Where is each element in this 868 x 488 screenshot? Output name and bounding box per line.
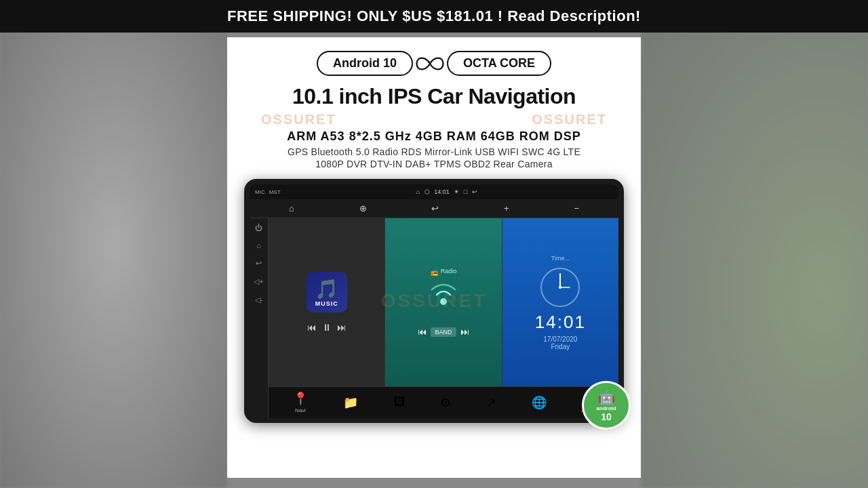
watermark-right: OSSURET [532,112,607,128]
nav-vol-up[interactable]: + [504,203,509,214]
main-card: Android 10 OCTA CORE 10.1 inch IPS Car N… [227,37,641,478]
sidebar-vol-down2[interactable]: ◁- [255,296,263,304]
badge-connector [413,54,447,73]
nav-vol-down[interactable]: − [574,203,579,214]
nav-bt[interactable]: ⊕ [359,203,367,214]
background-left [0,0,227,488]
sidebar-back2[interactable]: ↩ [256,259,262,268]
navi-icon: 📍 [293,391,308,406]
mic-label: MIC [255,189,265,195]
status-left: MIC MST [255,189,281,195]
radio-next[interactable]: ⏭ [460,327,469,337]
features-row-1: GPS Bluetooth 5.0 Radio RDS Mirror-Link … [288,146,580,157]
music-icon-box: 🎵 MUSIC [307,272,347,312]
nav-back[interactable]: ↩ [431,203,439,214]
clock-header: Time... [551,255,570,262]
nav-bar: ⌂ ⊕ ↩ + − [250,199,618,218]
music-emoji: 🎵 [315,278,338,300]
taskbar-link[interactable]: ↗ [486,395,496,410]
svg-point-0 [440,298,447,305]
taskbar-gallery[interactable]: 🖼 [393,395,406,409]
android-text: android [596,405,616,411]
sidebar-vol-up2[interactable]: ◁+ [254,277,263,286]
radio-dot: 📻 [431,269,438,276]
radio-label: Radio [441,268,457,274]
radio-signal-icon [427,281,460,321]
top-banner: FREE SHIPPING! ONLY $US $181.01 ! Read D… [0,0,868,33]
clock-tile: Time... 14:01 17/07/2020 Friday [502,218,618,386]
music-label: MUSIC [315,300,338,307]
brightness-icon: ☀ [454,188,459,195]
nav-home-icon: ⌂ [416,188,420,195]
screen-icon: □ [464,188,467,195]
features-row-2: 1080P DVR DTV-IN DAB+ TPMS OBD2 Rear Cam… [315,159,553,169]
taskbar-files[interactable]: 📁 [343,395,358,410]
music-controls: ⏮ ⏸ ⏭ [307,322,347,333]
clock-day: Friday [551,343,570,350]
app-grid: 🎵 MUSIC ⏮ ⏸ ⏭ 📻 [269,218,618,386]
radio-band[interactable]: BAND [431,327,456,337]
device-screen: MIC MST ⌂ ⬡ 14:01 ☀ □ ↩ ⌂ ⊕ ↩ + [250,184,618,418]
specs-row: ARM A53 8*2.5 GHz 4GB RAM 64GB ROM DSP [287,129,580,144]
files-icon: 📁 [343,395,358,410]
nav-bt-icon: ⬡ [425,188,430,195]
taskbar-browser[interactable]: 🌐 [532,395,547,410]
svg-point-4 [559,286,561,289]
sidebar-home2[interactable]: ⌂ [256,241,261,249]
clock-date: 17/07/2020 [543,336,577,343]
radio-prev[interactable]: ⏮ [418,327,427,337]
background-right [641,0,868,488]
content-area: ⏻ ⌂ ↩ ◁+ ◁- 🎵 MUSIC [250,218,618,418]
taskbar-settings[interactable]: ⚙ [440,395,451,410]
banner-text: FREE SHIPPING! ONLY $US $181.01 ! Read D… [227,7,641,25]
taskbar: 📍 Navi 📁 🖼 ⚙ ↗ [269,386,618,418]
android-badge-pill: Android 10 [317,51,413,76]
radio-tile[interactable]: 📻 Radio [385,218,502,386]
link-icon: ↗ [486,395,496,410]
clock-time: 14:01 [535,312,586,333]
nav-home[interactable]: ⌂ [289,203,294,214]
screen-content: 🎵 MUSIC ⏮ ⏸ ⏭ 📻 [269,218,618,418]
music-pause[interactable]: ⏸ [322,322,332,333]
radio-controls: ⏮ BAND ⏭ [418,327,469,337]
radio-header: 📻 Radio [431,268,457,277]
music-prev[interactable]: ⏮ [307,322,317,333]
taskbar-navi[interactable]: 📍 Navi [293,391,308,413]
android-10-badge: 🤖 android 10 [582,381,631,430]
watermark-left: OSSURET [261,112,336,128]
status-bar: MIC MST ⌂ ⬡ 14:01 ☀ □ ↩ [250,184,618,199]
navi-label: Navi [295,407,306,413]
music-next[interactable]: ⏭ [337,322,347,333]
back-icon: ↩ [472,188,477,195]
android-number: 10 [601,411,612,422]
badge-row: Android 10 OCTA CORE [317,51,551,76]
sidebar-power[interactable]: ⏻ [255,224,262,232]
left-sidebar: ⏻ ⌂ ↩ ◁+ ◁- [250,218,269,418]
music-tile[interactable]: 🎵 MUSIC ⏮ ⏸ ⏭ [269,218,385,386]
device-mockup: MIC MST ⌂ ⬡ 14:01 ☀ □ ↩ ⌂ ⊕ ↩ + [244,179,624,423]
browser-icon: 🌐 [532,395,547,410]
mst-label: MST [269,189,281,195]
android-robot-icon: 🤖 [598,389,615,405]
status-center: ⌂ ⬡ 14:01 ☀ □ ↩ [416,188,477,195]
gallery-icon: 🖼 [393,395,406,409]
settings-icon: ⚙ [440,395,451,410]
status-time: 14:01 [434,188,450,195]
product-title: 10.1 inch IPS Car Navigation [292,84,576,109]
watermark-row: OSSURET OSSURET [241,112,627,128]
octa-core-badge-pill: OCTA CORE [447,51,551,76]
